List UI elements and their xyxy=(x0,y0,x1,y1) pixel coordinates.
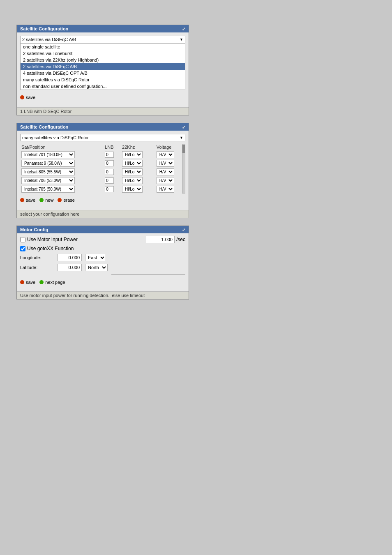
satellite-config-panel-2: Satellite Configuration ⤢ many satellite… xyxy=(16,123,189,218)
khz-select-2[interactable]: Hi/LoHiLo xyxy=(122,168,143,175)
panel3-resize-icon[interactable]: ⤢ xyxy=(182,228,185,232)
save-dot-icon xyxy=(20,95,24,99)
panel3-save-label: save xyxy=(26,280,35,285)
sat-position-select-4[interactable]: Intelsat 705 (50.0W) xyxy=(21,186,75,193)
panel1-title: Satellite Configuration ⤢ xyxy=(17,25,189,32)
panel2-new-button[interactable]: new xyxy=(39,198,53,203)
voltage-select-4[interactable]: H/VHV xyxy=(157,186,174,193)
col-voltage: Voltage xyxy=(155,144,185,150)
gotox-checkbox[interactable] xyxy=(20,246,25,251)
panel3-title-text: Motor Config xyxy=(20,227,48,232)
config-dropdown-selected[interactable]: 2 satellites via DiSEqC A/B ▼ xyxy=(20,36,185,43)
lnb-input-2[interactable] xyxy=(105,169,114,175)
col-sat-position: Sat/Position xyxy=(20,144,104,150)
lnb-cell-0 xyxy=(104,150,121,159)
sat-position-cell-0: Intelsat 701 (180.0E) xyxy=(20,150,104,159)
dropdown-item-toneburst[interactable]: 2 satellites via Toneburst xyxy=(21,50,185,57)
table-scrollbar[interactable] xyxy=(182,144,185,193)
longitude-direction-select[interactable]: East West xyxy=(85,254,106,261)
save-label: save xyxy=(26,95,35,100)
dropdown-item-diseqc-rotor[interactable]: many satellites via DiSEqC Rotor xyxy=(21,76,185,83)
sat-position-select-3[interactable]: Intelsat 706 (53.0W) xyxy=(21,177,75,184)
panel2-new-label: new xyxy=(45,198,53,203)
lnb-input-0[interactable] xyxy=(105,152,114,158)
khz-cell-4: Hi/LoHiLo xyxy=(121,185,155,193)
voltage-select-3[interactable]: H/VHV xyxy=(157,177,174,184)
motor-power-left: Use Motor Input Power xyxy=(20,237,146,242)
panel3-save-button[interactable]: save xyxy=(20,280,35,285)
khz-select-0[interactable]: Hi/LoHiLo xyxy=(122,151,143,158)
voltage-cell-3: H/VHV xyxy=(155,176,185,185)
panel3-status-text: Use motor input power for running detect… xyxy=(20,293,145,298)
panel3-status: Use motor input power for running detect… xyxy=(17,291,189,299)
sat-position-cell-3: Intelsat 706 (53.0W) xyxy=(20,176,104,185)
panel3-btn-row: save next page xyxy=(20,278,185,286)
voltage-select-0[interactable]: H/VHV xyxy=(157,151,174,158)
latitude-label: Latitude: xyxy=(20,265,57,270)
panel1-save-button[interactable]: save xyxy=(20,95,35,100)
sat-table-wrapper: Sat/Position LNB 22Khz Voltage Intelsat … xyxy=(20,144,185,193)
panel2-save-button[interactable]: save xyxy=(20,198,35,203)
sat-position-cell-1: Panamsat 9 (58.0W) xyxy=(20,159,104,168)
sat-position-select-1[interactable]: Panamsat 9 (58.0W) xyxy=(21,160,75,167)
khz-cell-2: Hi/LoHiLo xyxy=(121,168,155,176)
panel2-dropdown[interactable]: many satellites via DiSEqC Rotor ▼ xyxy=(20,134,185,141)
motor-power-input[interactable] xyxy=(146,236,175,243)
dropdown-item-single[interactable]: one single satellite xyxy=(21,44,185,50)
panel2-resize-icon[interactable]: ⤢ xyxy=(182,125,185,129)
longitude-input[interactable] xyxy=(57,254,82,261)
dropdown-item-22khz[interactable]: 2 satellites via 22Khz (only Highband) xyxy=(21,57,185,63)
voltage-select-1[interactable]: H/VHV xyxy=(157,160,174,167)
panel2-save-label: save xyxy=(26,198,35,203)
khz-cell-3: Hi/LoHiLo xyxy=(121,176,155,185)
motor-power-checkbox[interactable] xyxy=(20,237,25,242)
panel2-status: select your configuration here xyxy=(17,210,189,218)
lnb-input-3[interactable] xyxy=(105,177,114,184)
voltage-cell-4: H/VHV xyxy=(155,185,185,193)
dropdown-item-diseqc-ab[interactable]: 2 satellites via DiSEqC A/B xyxy=(21,63,185,70)
dropdown-item-diseqc-opt[interactable]: 4 satellites via DiSEqC OPT A/B xyxy=(21,70,185,76)
panel2-body: many satellites via DiSEqC Rotor ▼ Sat/P… xyxy=(17,131,189,210)
panel1-resize-icon[interactable]: ⤢ xyxy=(182,27,185,31)
motor-power-label: Use Motor Input Power xyxy=(27,237,78,242)
lnb-cell-3 xyxy=(104,176,121,185)
sat-position-select-0[interactable]: Intelsat 701 (180.0E) xyxy=(21,151,75,158)
latitude-controls: North South xyxy=(57,264,108,271)
gotox-row: Use gotoXX Function xyxy=(20,246,185,251)
panel3-next-dot xyxy=(39,280,44,284)
panel3-next-label: next page xyxy=(45,280,65,285)
motor-config-panel: Motor Config ⤢ Use Motor Input Power /se… xyxy=(16,226,189,299)
voltage-cell-1: H/VHV xyxy=(155,159,185,168)
panel1-status: 1 LNB with DiSEqC Rotor xyxy=(17,107,189,115)
dropdown-item-custom[interactable]: non-standard user defined configuration.… xyxy=(21,83,185,90)
sat-position-select-2[interactable]: Intelsat 805 (55.5W) xyxy=(21,168,75,175)
panel1-title-text: Satellite Configuration xyxy=(20,26,68,31)
gotox-label: Use gotoXX Function xyxy=(27,246,74,251)
longitude-row: Longitude: East West xyxy=(20,254,185,261)
latitude-direction-select[interactable]: North South xyxy=(85,264,108,271)
panel1-btn-row: save xyxy=(20,93,185,101)
panel3-save-dot xyxy=(20,280,24,284)
khz-select-4[interactable]: Hi/LoHiLo xyxy=(122,186,143,193)
panel2-erase-button[interactable]: erase xyxy=(58,198,75,203)
panel2-title-text: Satellite Configuration xyxy=(20,124,68,129)
satellite-config-panel-1: Satellite Configuration ⤢ 2 satellites v… xyxy=(16,25,189,115)
scrollbar-thumb xyxy=(182,145,185,153)
voltage-select-2[interactable]: H/VHV xyxy=(157,168,174,175)
lnb-cell-4 xyxy=(104,185,121,193)
panel3-nextpage-button[interactable]: next page xyxy=(39,280,65,285)
panel2-status-text: select your configuration here xyxy=(20,212,79,216)
khz-cell-1: Hi/LoHiLo xyxy=(121,159,155,168)
lnb-input-4[interactable] xyxy=(105,186,114,192)
sat-position-cell-2: Intelsat 805 (55.5W) xyxy=(20,168,104,176)
lnb-input-1[interactable] xyxy=(105,160,114,166)
khz-select-3[interactable]: Hi/LoHiLo xyxy=(122,177,143,184)
panel2-dropdown-arrow: ▼ xyxy=(180,136,183,140)
motor-power-row: Use Motor Input Power /sec xyxy=(20,236,185,243)
voltage-cell-2: H/VHV xyxy=(155,168,185,176)
lnb-cell-1 xyxy=(104,159,121,168)
panel2-title: Satellite Configuration ⤢ xyxy=(17,123,189,131)
latitude-input[interactable] xyxy=(57,264,82,271)
col-lnb: LNB xyxy=(104,144,121,150)
khz-select-1[interactable]: Hi/LoHiLo xyxy=(122,160,143,167)
